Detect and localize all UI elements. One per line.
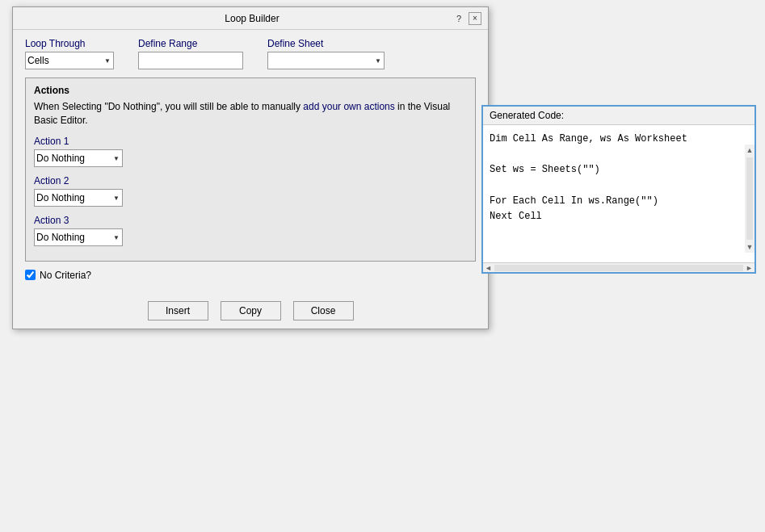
loop-through-select-wrapper: Cells Rows Columns: [25, 52, 114, 69]
copy-button[interactable]: Copy: [221, 301, 281, 320]
scroll-left-arrow[interactable]: ◄: [485, 264, 492, 272]
code-wrapper: Dim Cell As Range, ws As Worksheet Set w…: [483, 125, 754, 262]
dialog-body: Loop Through Cells Rows Columns Define R…: [13, 30, 488, 297]
actions-title: Actions: [34, 85, 467, 96]
action3-select-wrapper: Do Nothing Select Cell Copy Cell Delete …: [34, 228, 123, 246]
top-fields-row: Loop Through Cells Rows Columns Define R…: [25, 38, 476, 69]
description-highlight: add your own actions: [303, 101, 394, 112]
action1-select-wrapper: Do Nothing Select Cell Copy Cell Delete …: [34, 149, 123, 167]
generated-code-content: Dim Cell As Range, ws As Worksheet Set w…: [483, 125, 754, 262]
scroll-up-arrow[interactable]: ▲: [745, 145, 755, 156]
horizontal-scrollbar: ◄ ►: [483, 262, 754, 272]
generated-code-header: Generated Code:: [483, 107, 754, 125]
loop-through-select[interactable]: Cells Rows Columns: [25, 52, 114, 69]
action1-row: Action 1 Do Nothing Select Cell Copy Cel…: [34, 136, 467, 167]
dialog-titlebar: Loop Builder ? ×: [13, 7, 488, 30]
action2-select-wrapper: Do Nothing Select Cell Copy Cell Delete …: [34, 189, 123, 207]
scroll-down-arrow[interactable]: ▼: [745, 241, 755, 253]
generated-code-panel: Generated Code: Dim Cell As Range, ws As…: [481, 105, 756, 274]
action2-row: Action 2 Do Nothing Select Cell Copy Cel…: [34, 175, 467, 207]
no-criteria-label: No Criteria?: [40, 270, 91, 281]
loop-through-label: Loop Through: [25, 38, 114, 49]
scroll-thumb-vertical[interactable]: [746, 157, 753, 240]
dialog-container: Loop Builder ? × Loop Through Cells Rows…: [12, 6, 489, 329]
define-sheet-group: Define Sheet: [267, 38, 385, 69]
no-criteria-row: No Criteria?: [25, 270, 476, 281]
generated-code-text: Dim Cell As Range, ws As Worksheet Set w…: [483, 125, 754, 262]
close-button-bottom[interactable]: Close: [293, 301, 354, 320]
action2-select[interactable]: Do Nothing Select Cell Copy Cell Delete …: [34, 189, 123, 207]
loop-through-group: Loop Through Cells Rows Columns: [25, 38, 114, 69]
scroll-right-arrow[interactable]: ►: [746, 264, 753, 272]
action1-label: Action 1: [34, 136, 467, 147]
define-range-label: Define Range: [138, 38, 243, 49]
action2-label: Action 2: [34, 175, 467, 186]
dialog-controls: ? ×: [452, 12, 481, 25]
define-sheet-select-wrapper: [267, 52, 385, 69]
no-criteria-checkbox[interactable]: [25, 270, 36, 280]
define-sheet-select[interactable]: [267, 52, 385, 69]
define-sheet-label: Define Sheet: [267, 38, 385, 49]
help-button[interactable]: ?: [452, 12, 465, 25]
define-range-input[interactable]: [138, 52, 243, 69]
insert-button[interactable]: Insert: [148, 301, 208, 320]
action3-label: Action 3: [34, 215, 467, 226]
vertical-scrollbar: ▲ ▼: [745, 145, 754, 253]
actions-section: Actions When Selecting "Do Nothing", you…: [25, 77, 476, 262]
close-button[interactable]: ×: [469, 12, 481, 25]
actions-description: When Selecting "Do Nothing", you will st…: [34, 100, 467, 128]
bottom-buttons: Insert Copy Close: [13, 297, 488, 329]
define-range-group: Define Range: [138, 38, 243, 69]
action3-select[interactable]: Do Nothing Select Cell Copy Cell Delete …: [34, 228, 123, 246]
action3-row: Action 3 Do Nothing Select Cell Copy Cel…: [34, 215, 467, 246]
scroll-thumb-horizontal[interactable]: [494, 265, 743, 271]
description-text1: When Selecting "Do Nothing", you will st…: [34, 101, 303, 112]
action1-select[interactable]: Do Nothing Select Cell Copy Cell Delete …: [34, 149, 123, 167]
loop-builder-dialog: Loop Builder ? × Loop Through Cells Rows…: [12, 6, 489, 329]
dialog-title: Loop Builder: [52, 13, 452, 24]
